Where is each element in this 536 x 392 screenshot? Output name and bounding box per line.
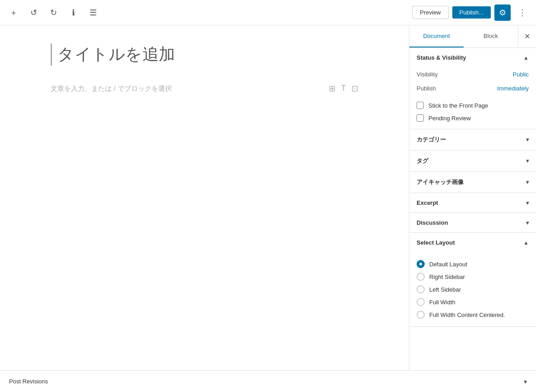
layout-radio-full-width[interactable] — [417, 298, 425, 306]
featured-image-title: アイキャッチ画像 — [417, 178, 526, 186]
toolbar-left: ＋ ↺ ↻ ℹ ☰ — [5, 5, 412, 21]
select-layout-section: Select Layout ▲ Default Layout Right Sid… — [409, 233, 536, 327]
tab-document[interactable]: Document — [409, 25, 464, 47]
text-icon[interactable]: T — [341, 84, 346, 94]
editor-area: タイトルを追加 文章を入力、または / でブロックを選択 ⊞ T ⊡ — [0, 25, 409, 370]
categories-chevron-icon: ▾ — [526, 137, 529, 143]
publish-value[interactable]: Immediately — [497, 85, 529, 92]
tags-title: タグ — [417, 157, 526, 165]
categories-title: カテゴリー — [417, 136, 526, 144]
categories-header[interactable]: カテゴリー ▾ — [409, 129, 536, 150]
tags-section: タグ ▾ — [409, 151, 536, 172]
layout-radio-left-sidebar[interactable] — [417, 285, 425, 293]
preview-button[interactable]: Preview — [412, 6, 448, 19]
post-revisions-label: Post Revisions — [9, 378, 524, 385]
layout-radio-full-width-centered[interactable] — [417, 311, 425, 319]
categories-section: カテゴリー ▾ — [409, 129, 536, 151]
tab-block[interactable]: Block — [464, 25, 518, 47]
content-row: 文章を入力、または / でブロックを選択 ⊞ T ⊡ — [51, 84, 358, 94]
excerpt-title: Excerpt — [417, 199, 526, 206]
tags-header[interactable]: タグ ▾ — [409, 151, 536, 171]
status-visibility-title: Status & Visibility — [417, 54, 523, 61]
publish-button[interactable]: Publish... — [452, 6, 491, 19]
toolbar-right: Preview Publish... ⚙ ⋮ — [412, 5, 531, 21]
layout-label-full-width-centered: Full Width Content Centered. — [429, 312, 505, 318]
pending-review-checkbox[interactable] — [417, 114, 424, 122]
visibility-value[interactable]: Public — [513, 71, 529, 78]
status-visibility-chevron-icon: ▲ — [523, 55, 529, 61]
layout-label-full-width: Full Width — [429, 299, 455, 306]
discussion-title: Discussion — [417, 219, 526, 226]
details-button[interactable]: ℹ — [65, 5, 81, 21]
excerpt-chevron-icon: ▾ — [526, 200, 529, 206]
layout-label-default: Default Layout — [429, 261, 467, 268]
more-options-button[interactable]: ⋮ — [514, 5, 531, 21]
editor-content: タイトルを追加 文章を入力、または / でブロックを選択 ⊞ T ⊡ — [42, 43, 367, 94]
top-toolbar: ＋ ↺ ↻ ℹ ☰ Preview Publish... ⚙ ⋮ — [0, 0, 536, 25]
add-block-button[interactable]: ＋ — [5, 5, 22, 21]
stick-front-page-row: Stick to the Front Page — [409, 99, 536, 112]
layout-radio-right-sidebar[interactable] — [417, 273, 425, 281]
layout-option-full-width-centered[interactable]: Full Width Content Centered. — [417, 308, 529, 321]
status-visibility-content: Visibility Public Publish Immediately — [409, 67, 536, 99]
stick-front-page-checkbox[interactable] — [417, 102, 424, 109]
discussion-header[interactable]: Discussion ▾ — [409, 213, 536, 232]
layout-label-left-sidebar: Left Sidebar — [429, 286, 461, 293]
layout-option-default[interactable]: Default Layout — [417, 258, 529, 270]
settings-button[interactable]: ⚙ — [494, 5, 511, 21]
redo-button[interactable]: ↻ — [45, 5, 62, 21]
publish-label: Publish — [417, 85, 497, 92]
excerpt-header[interactable]: Excerpt ▾ — [409, 193, 536, 213]
featured-image-header[interactable]: アイキャッチ画像 ▾ — [409, 172, 536, 193]
main-layout: タイトルを追加 文章を入力、または / でブロックを選択 ⊞ T ⊡ Docum… — [0, 25, 536, 370]
select-layout-chevron-icon: ▲ — [523, 240, 529, 246]
visibility-label: Visibility — [417, 71, 513, 78]
layout-radio-default[interactable] — [417, 260, 425, 268]
featured-image-section: アイキャッチ画像 ▾ — [409, 172, 536, 193]
pending-review-row: Pending Review — [409, 112, 536, 124]
tags-chevron-icon: ▾ — [526, 158, 529, 164]
content-icons: ⊞ T ⊡ — [329, 84, 358, 94]
status-visibility-section: Status & Visibility ▲ Visibility Public … — [409, 48, 536, 129]
title-field[interactable]: タイトルを追加 — [51, 43, 358, 66]
layout-label-right-sidebar: Right Sidebar — [429, 274, 465, 280]
excerpt-section: Excerpt ▾ — [409, 193, 536, 213]
sidebar: Document Block ✕ Status & Visibility ▲ V… — [409, 25, 536, 370]
sidebar-tabs: Document Block ✕ — [409, 25, 536, 48]
featured-image-chevron-icon: ▾ — [526, 179, 529, 185]
layout-options: Default Layout Right Sidebar Left Sideba… — [409, 252, 536, 326]
content-placeholder[interactable]: 文章を入力、または / でブロックを選択 — [51, 85, 322, 93]
layout-option-full-width[interactable]: Full Width — [417, 296, 529, 308]
undo-button[interactable]: ↺ — [25, 5, 42, 21]
pending-review-label: Pending Review — [428, 115, 471, 122]
publish-row: Publish Immediately — [417, 81, 529, 95]
tools-button[interactable]: ☰ — [85, 5, 101, 21]
select-layout-header[interactable]: Select Layout ▲ — [409, 233, 536, 252]
select-layout-title: Select Layout — [417, 239, 523, 246]
image-icon[interactable]: ⊞ — [329, 84, 336, 94]
layout-option-right-sidebar[interactable]: Right Sidebar — [417, 270, 529, 283]
discussion-chevron-icon: ▾ — [526, 220, 529, 226]
visibility-row: Visibility Public — [417, 67, 529, 81]
post-revisions-chevron-icon[interactable]: ▾ — [524, 378, 527, 385]
status-visibility-header[interactable]: Status & Visibility ▲ — [409, 48, 536, 67]
discussion-section: Discussion ▾ — [409, 213, 536, 233]
close-sidebar-button[interactable]: ✕ — [518, 25, 536, 47]
layout-option-left-sidebar[interactable]: Left Sidebar — [417, 283, 529, 296]
stick-front-page-label: Stick to the Front Page — [428, 102, 488, 109]
layout-icon[interactable]: ⊡ — [351, 84, 358, 94]
bottom-bar: Post Revisions ▾ — [0, 370, 536, 392]
